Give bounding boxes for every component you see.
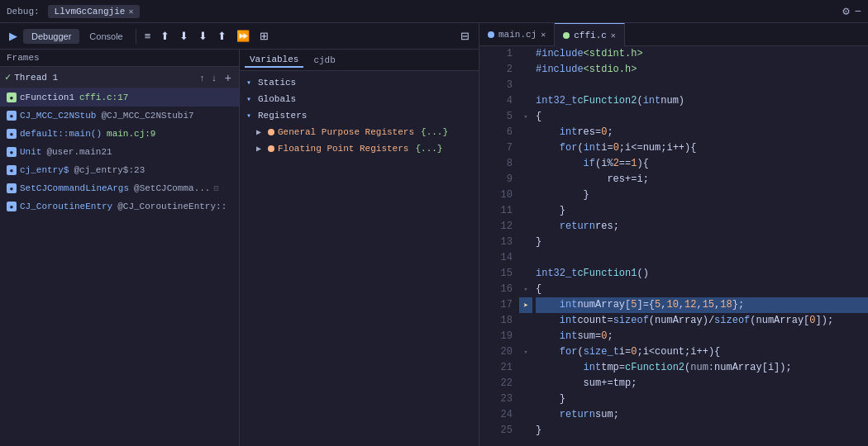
gutter-15 — [519, 266, 532, 282]
ln-2: 2 — [479, 62, 519, 78]
step-down-button[interactable]: ⬇ — [175, 27, 193, 45]
gp-registers-label: General Purpose Registers — [278, 127, 414, 137]
frame-item-5[interactable]: ● SetCJCommandLineArgs @SetCJComma... ⊡ — [0, 179, 239, 197]
frame-name-2: default::main() — [20, 129, 102, 139]
ln-24: 24 — [479, 407, 519, 423]
top-bar: Debug: LlvmGcCangjie ✕ ⚙ − — [0, 0, 868, 23]
gutter-6 — [519, 125, 532, 140]
ln-10: 10 — [479, 187, 519, 203]
variables-tabs: Variables cjdb — [240, 50, 479, 71]
code-line-22: sum += tmp; — [536, 376, 868, 391]
frame-name-1: CJ_MCC_C2NStub — [20, 111, 96, 121]
code-line-9: res += i; — [536, 172, 868, 187]
code-line-16: { — [536, 282, 868, 297]
console-tab[interactable]: Console — [81, 29, 131, 44]
code-line-11: } — [536, 203, 868, 219]
play-button[interactable]: ▶ — [5, 27, 21, 45]
statics-arrow: ▾ — [246, 78, 255, 88]
code-line-25: } — [536, 423, 868, 439]
code-line-17: int numArray[5] = {5, 10, 12, 15, 18}; — [536, 297, 868, 313]
ln-9: 9 — [479, 172, 519, 187]
debugger-tab[interactable]: Debugger — [23, 29, 79, 44]
thread-controls: ↑ ↓ — [198, 72, 219, 83]
gutter-16: ▾ — [519, 282, 532, 297]
gutter-column: ▾ ▾ ➤ ▾ — [519, 46, 532, 446]
ln-21: 21 — [479, 360, 519, 376]
gutter-17: ➤ — [519, 297, 532, 313]
frame-name-3: Unit — [20, 147, 41, 157]
gear-icon[interactable]: ⚙ — [842, 4, 849, 18]
debug-session[interactable]: LlvmGcCangjie ✕ — [48, 5, 141, 18]
gutter-2 — [519, 62, 532, 78]
ln-25: 25 — [479, 423, 519, 439]
frame-loc-4: @cj_entry$:23 — [74, 165, 145, 175]
ln-20: 20 — [479, 344, 519, 360]
code-line-20: for (size_t i = 0; i < count; i++) { — [536, 344, 868, 360]
tab-cjdb[interactable]: cjdb — [308, 54, 340, 67]
code-lines: #include <stdint.h> #include <stdio.h> i… — [532, 46, 868, 446]
frame-item-2[interactable]: ● default::main() main.cj:9 — [0, 125, 239, 143]
more-button[interactable]: ⊞ — [255, 27, 273, 45]
step-up-button[interactable]: ⬆ — [156, 27, 174, 45]
frames-header: Frames — [0, 50, 239, 67]
ln-17: 17 — [479, 297, 519, 313]
close-main-cj-icon[interactable]: ✕ — [541, 30, 546, 40]
frame-icon-0: ● — [7, 93, 17, 102]
variables-panel: Variables cjdb ▾ Statics ▾ Globals — [240, 50, 479, 446]
frame-item-3[interactable]: ● Unit @user.main21 — [0, 143, 239, 161]
code-line-23: } — [536, 391, 868, 407]
ln-4: 4 — [479, 93, 519, 109]
tab-main-cj[interactable]: main.cj ✕ — [479, 23, 555, 46]
ln-5: 5 — [479, 109, 519, 125]
thread-up-button[interactable]: ↑ — [198, 72, 207, 83]
fp-registers-value: {...} — [415, 144, 442, 154]
ln-23: 23 — [479, 391, 519, 407]
frame-icon-6: ● — [7, 202, 17, 211]
frame-loc-3: @user.main21 — [46, 147, 112, 157]
close-cffi-c-icon[interactable]: ✕ — [611, 31, 616, 40]
frames-icon[interactable]: ≡ — [141, 27, 155, 45]
gutter-21 — [519, 360, 532, 376]
thread-add-button[interactable]: + — [222, 71, 234, 84]
toolbar-separator — [136, 29, 136, 44]
frame-loc-2: main.cj:9 — [107, 129, 155, 139]
frame-icon-1: ● — [7, 111, 17, 121]
gp-registers-item[interactable]: ▶ General Purpose Registers {...} — [240, 124, 479, 140]
gutter-5: ▾ — [519, 109, 532, 125]
session-name: LlvmGcCangjie — [55, 7, 126, 17]
gutter-8 — [519, 156, 532, 172]
gp-registers-dot — [268, 129, 274, 135]
code-content: 1 2 3 4 5 6 7 8 9 10 11 12 13 14 15 16 1… — [479, 46, 868, 446]
frame-item-6[interactable]: ● CJ_CoroutineEntry @CJ_CoroutineEntry:: — [0, 197, 239, 216]
layout-button[interactable]: ⊟ — [456, 27, 474, 45]
registers-item[interactable]: ▾ Registers — [240, 107, 479, 124]
code-line-14 — [536, 250, 868, 266]
frame-item-0[interactable]: ● cFunction1 cffi.c:17 — [0, 88, 239, 107]
globals-item[interactable]: ▾ Globals — [240, 91, 479, 107]
statics-item[interactable]: ▾ Statics — [240, 74, 479, 91]
line-number-column: 1 2 3 4 5 6 7 8 9 10 11 12 13 14 15 16 1… — [479, 46, 519, 446]
ln-15: 15 — [479, 266, 519, 282]
globals-label: Globals — [258, 94, 296, 104]
tab-variables[interactable]: Variables — [245, 53, 303, 68]
gp-registers-arrow: ▶ — [256, 127, 265, 137]
gutter-13 — [519, 235, 532, 250]
step-out-button[interactable]: ⬆ — [213, 27, 231, 45]
minimize-icon[interactable]: − — [855, 5, 861, 18]
close-session-icon[interactable]: ✕ — [128, 7, 133, 17]
frames-panel: Frames ✓ Thread 1 ↑ ↓ + ● cFunction1 cff… — [0, 50, 240, 446]
step-into-button[interactable]: ⬇ — [194, 27, 212, 45]
frame-item-4[interactable]: ● cj_entry$ @cj_entry$:23 — [0, 161, 239, 179]
ln-7: 7 — [479, 140, 519, 156]
resume-button[interactable]: ⏩ — [232, 27, 254, 45]
gutter-22 — [519, 376, 532, 391]
gutter-4 — [519, 93, 532, 109]
frame-item-1[interactable]: ● CJ_MCC_C2NStub @CJ_MCC_C2NStubi7 — [0, 107, 239, 125]
frame-icon-5: ● — [7, 183, 17, 193]
thread-down-button[interactable]: ↓ — [209, 72, 219, 83]
frame-loc-0: cffi.c:17 — [79, 93, 128, 102]
fp-registers-item[interactable]: ▶ Floating Point Registers {...} — [240, 140, 479, 157]
registers-label: Registers — [258, 111, 307, 121]
tab-cffi-c[interactable]: cffi.c ✕ — [555, 23, 625, 46]
code-line-21: int tmp = cFunction2( num: numArray[i]); — [536, 360, 868, 376]
